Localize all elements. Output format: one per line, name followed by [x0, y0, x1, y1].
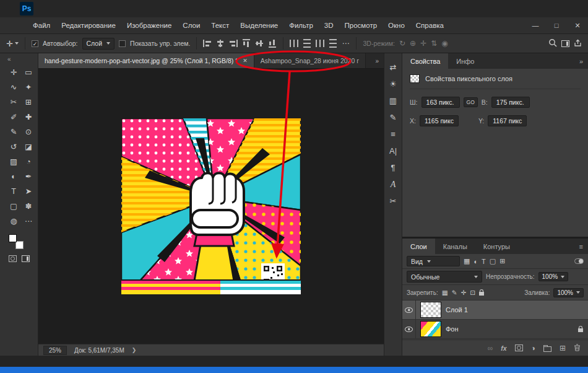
- menu-window[interactable]: Окно: [383, 22, 410, 29]
- healing-brush-tool[interactable]: ✚: [21, 110, 36, 124]
- edit-toolbar-button[interactable]: ⋯: [21, 214, 36, 228]
- align-top-icon[interactable]: [243, 39, 250, 48]
- menu-view[interactable]: Просмотр: [339, 22, 383, 29]
- minimize-button[interactable]: —: [525, 17, 546, 33]
- lock-paint-icon[interactable]: ✎: [452, 289, 457, 296]
- current-tool-icon[interactable]: ✛: [6, 39, 19, 48]
- link-layers-icon[interactable]: ∞: [488, 344, 493, 353]
- fill-field[interactable]: 100%: [553, 288, 584, 297]
- filter-pixel-layers-icon[interactable]: ▦: [464, 257, 470, 265]
- tab-document-2[interactable]: Ashampoo_Snap_28 июня 2020 г: [254, 53, 366, 68]
- menu-image[interactable]: Изображение: [121, 22, 177, 29]
- adjustments-panel-icon[interactable]: ☀: [389, 80, 397, 89]
- menu-filter[interactable]: Фильтр: [283, 22, 319, 29]
- x-field[interactable]: 1165 пикс: [420, 115, 459, 126]
- delete-layer-icon[interactable]: [574, 344, 581, 353]
- align-more-button[interactable]: ⋯: [342, 39, 350, 48]
- marquee-tool[interactable]: ▭: [21, 65, 36, 79]
- tab-info[interactable]: Инфо: [448, 53, 482, 69]
- workspace-icon[interactable]: [561, 40, 569, 47]
- tab-properties[interactable]: Свойства: [402, 53, 448, 69]
- panel-collapse-icon[interactable]: »: [574, 53, 588, 69]
- lock-all-icon[interactable]: [479, 292, 484, 296]
- dodge-tool[interactable]: ◐: [6, 169, 21, 183]
- new-group-icon[interactable]: [543, 346, 551, 352]
- autoselect-target-dropdown[interactable]: Слой: [82, 38, 115, 50]
- pen-tool[interactable]: ✒: [21, 169, 36, 183]
- menu-layers[interactable]: Слои: [177, 22, 205, 29]
- zoom-tool[interactable]: ◍: [6, 214, 21, 228]
- new-layer-icon[interactable]: ⊞: [560, 344, 566, 353]
- align-bottom-icon[interactable]: [269, 39, 276, 48]
- gradient-tool[interactable]: ▨: [6, 154, 21, 169]
- layer-row-1[interactable]: Слой 1: [402, 301, 588, 320]
- status-options-icon[interactable]: ❯: [132, 347, 137, 353]
- show-transform-controls-checkbox[interactable]: [119, 40, 126, 47]
- foreground-color-swatch[interactable]: [9, 234, 17, 242]
- eraser-tool[interactable]: ◪: [21, 139, 36, 154]
- maximize-button[interactable]: □: [546, 17, 567, 33]
- brushes-panel-icon[interactable]: ≡: [391, 130, 396, 139]
- tab-layers[interactable]: Слои: [402, 239, 435, 254]
- quick-mask-icon[interactable]: [9, 255, 17, 262]
- filter-shape-layers-icon[interactable]: ▢: [490, 257, 496, 265]
- distribute-v-icon[interactable]: [303, 39, 311, 48]
- distribute-spacing-v-icon[interactable]: [329, 39, 337, 48]
- timeline-panel-icon[interactable]: ✂: [390, 197, 397, 206]
- align-right-icon[interactable]: [229, 40, 238, 47]
- arrows-panel-icon[interactable]: ⇄: [390, 63, 397, 72]
- layers-menu-icon[interactable]: ≡: [574, 239, 588, 254]
- type-tool[interactable]: T: [6, 184, 21, 198]
- adjustment-layer-icon[interactable]: ◑: [531, 344, 535, 353]
- hand-tool[interactable]: ✽: [21, 199, 36, 213]
- link-dimensions-icon[interactable]: GO: [464, 97, 478, 107]
- character-panel-icon[interactable]: A|: [389, 147, 397, 156]
- lock-transparency-icon[interactable]: ▦: [442, 289, 448, 296]
- frame-tool[interactable]: ⊞: [21, 95, 36, 109]
- eyedropper-tool[interactable]: ✐: [6, 110, 21, 124]
- menu-select[interactable]: Выделение: [235, 22, 283, 29]
- tab-list-icon[interactable]: »: [370, 53, 384, 68]
- shape-tool[interactable]: ▢: [6, 199, 21, 213]
- zoom-level-field[interactable]: 25%: [43, 346, 67, 355]
- blend-mode-dropdown[interactable]: Обычные: [407, 271, 482, 283]
- lasso-tool[interactable]: ∿: [6, 80, 21, 94]
- lock-artboard-icon[interactable]: ⊡: [470, 289, 475, 296]
- height-field[interactable]: 175 пикс.: [491, 97, 530, 108]
- visibility-eye-icon[interactable]: [405, 327, 413, 332]
- clone-stamp-tool[interactable]: ⊙: [21, 125, 36, 139]
- align-center-h-icon[interactable]: [216, 40, 225, 47]
- menu-help[interactable]: Справка: [410, 22, 449, 29]
- crop-tool[interactable]: ✂: [6, 95, 21, 109]
- opacity-field[interactable]: 100%: [538, 272, 569, 281]
- layer-style-icon[interactable]: fx: [501, 344, 506, 352]
- filter-toggle[interactable]: [574, 258, 584, 264]
- menu-edit[interactable]: Редактирование: [56, 22, 121, 29]
- filter-adjustment-layers-icon[interactable]: ◐: [473, 258, 478, 265]
- toolbar-collapse-icon[interactable]: «: [7, 56, 38, 63]
- history-brush-tool[interactable]: ↺: [6, 139, 21, 154]
- blur-tool[interactable]: ◔: [21, 154, 36, 169]
- tab-close-icon[interactable]: ✕: [243, 58, 248, 64]
- background-layer-thumbnail[interactable]: [420, 321, 441, 337]
- paragraph-panel-icon[interactable]: ¶: [391, 164, 396, 172]
- move-tool[interactable]: ✛: [6, 65, 21, 79]
- brush-settings-panel-icon[interactable]: ✎: [390, 113, 397, 122]
- filter-smart-objects-icon[interactable]: ⊞: [499, 257, 505, 265]
- align-middle-icon[interactable]: [256, 39, 263, 48]
- tab-paths[interactable]: Контуры: [475, 239, 518, 254]
- width-field[interactable]: 163 пикс.: [422, 97, 460, 108]
- brush-tool[interactable]: ✎: [6, 125, 21, 139]
- magic-wand-tool[interactable]: ✦: [21, 80, 36, 94]
- lock-position-icon[interactable]: ✛: [460, 289, 466, 296]
- layer-row-background[interactable]: Фон: [402, 320, 588, 339]
- share-icon[interactable]: [574, 39, 582, 48]
- menu-type[interactable]: Текст: [205, 22, 235, 29]
- tab-channels[interactable]: Каналы: [435, 239, 475, 254]
- distribute-spacing-h-icon[interactable]: [316, 40, 324, 47]
- add-mask-icon[interactable]: [515, 344, 523, 351]
- layer-1-thumbnail[interactable]: [420, 302, 441, 318]
- align-left-icon[interactable]: [203, 40, 212, 47]
- menu-file[interactable]: Файл: [27, 22, 56, 29]
- filter-type-layers-icon[interactable]: T: [482, 258, 486, 265]
